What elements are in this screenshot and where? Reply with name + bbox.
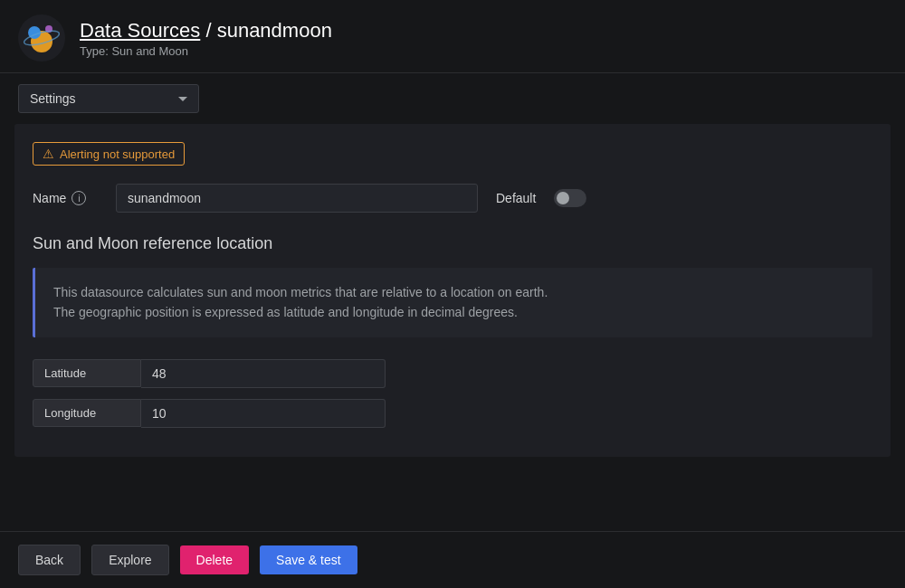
info-line-2: The geographic position is expressed as … (53, 302, 854, 322)
default-toggle[interactable] (554, 189, 586, 207)
name-info-icon[interactable]: i (71, 191, 86, 205)
header-subtitle: Type: Sun and Moon (80, 44, 332, 58)
back-button[interactable]: Back (18, 545, 81, 575)
default-label: Default (496, 191, 536, 205)
footer: Back Explore Delete Save & test (0, 531, 905, 588)
datasource-name: sunandmoon (217, 19, 332, 42)
page-title: Data Sources / sunandmoon (80, 19, 332, 43)
latitude-input[interactable] (141, 359, 386, 388)
grafana-logo (18, 14, 65, 62)
warning-icon: ⚠ (43, 147, 54, 161)
header-text: Data Sources / sunandmoon Type: Sun and … (80, 19, 332, 58)
info-line-1: This datasource calculates sun and moon … (53, 282, 854, 302)
latitude-field: Latitude (33, 359, 872, 388)
alert-badge-text: Alerting not supported (60, 147, 175, 161)
chevron-down-icon (178, 97, 187, 101)
separator: / (205, 19, 216, 42)
settings-label: Settings (30, 91, 76, 106)
save-test-button[interactable]: Save & test (260, 545, 357, 574)
content-panel: ⚠ Alerting not supported Name i Default … (14, 124, 891, 457)
name-row: Name i Default (33, 184, 872, 213)
latitude-label: Latitude (33, 359, 141, 387)
longitude-label: Longitude (33, 399, 141, 427)
name-label: Name (33, 191, 66, 205)
delete-button[interactable]: Delete (180, 545, 249, 574)
longitude-field: Longitude (33, 399, 872, 428)
name-input[interactable] (116, 184, 478, 213)
alert-badge: ⚠ Alerting not supported (33, 142, 185, 166)
header: Data Sources / sunandmoon Type: Sun and … (0, 0, 905, 73)
longitude-input[interactable] (141, 399, 386, 428)
breadcrumb-link[interactable]: Data Sources (80, 19, 200, 42)
explore-button[interactable]: Explore (91, 545, 168, 575)
toolbar: Settings (0, 73, 905, 124)
settings-dropdown[interactable]: Settings (18, 84, 199, 113)
info-box: This datasource calculates sun and moon … (33, 268, 872, 337)
section-title: Sun and Moon reference location (33, 234, 872, 253)
name-label-group: Name i (33, 191, 105, 205)
